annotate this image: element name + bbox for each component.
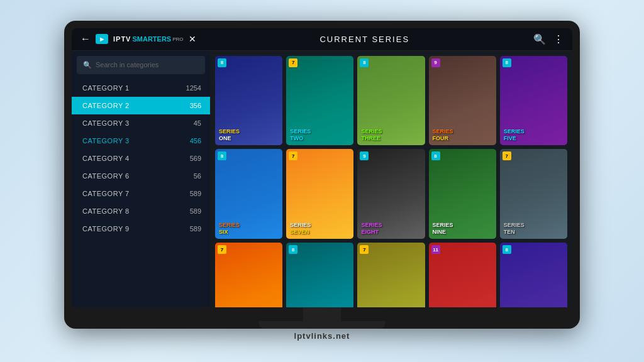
category-name: CATEGORY 6 — [82, 172, 130, 180]
card-title: SERIES TWO — [290, 128, 350, 142]
series-card[interactable]: 9 SERIES FOUR — [429, 56, 496, 146]
sidebar-category-item[interactable]: CATEGORY 8 589 — [72, 202, 210, 220]
sidebar-category-item[interactable]: CATEGORY 3 45 — [72, 114, 210, 132]
sidebar: 🔍 Search in categories CATEGORY 1 1254 C… — [72, 51, 210, 307]
card-badge: 7 — [289, 151, 297, 160]
sidebar-category-item[interactable]: CATEGORY 1 1254 — [72, 79, 210, 97]
card-background: 11 SERIES FOURTEEN — [429, 243, 496, 307]
card-title: SERIES FIVE — [504, 128, 564, 142]
card-badge: 8 — [502, 58, 511, 67]
card-title: SERIES NINE — [433, 222, 492, 236]
logo-pro: PRO — [172, 36, 183, 42]
card-background: 8 SERIES SIXTEEN — [500, 243, 567, 307]
header-right: 🔍 ⋮ — [533, 33, 564, 45]
category-name: CATEGORY 2 — [82, 102, 130, 109]
content-area: 8 SERIES ONE 7 SERIES TWO 8 SERIES THREE… — [210, 51, 572, 307]
logo-iptv: IPTV — [113, 35, 131, 43]
card-background: 8 SERIES TWELVE — [286, 243, 353, 307]
card-badge: 7 — [502, 151, 511, 160]
card-badge: 8 — [431, 151, 440, 160]
category-count: 456 — [190, 137, 201, 145]
series-card[interactable]: 7 SERIES ELEVEN — [215, 243, 282, 307]
back-button[interactable]: ← — [80, 33, 91, 45]
card-badge: 11 — [431, 245, 440, 254]
card-background: 8 SERIES SIX — [215, 149, 282, 239]
card-badge: 7 — [360, 245, 369, 254]
sidebar-category-item[interactable]: CATEGORY 4 569 — [72, 150, 210, 167]
card-title: SERIES ONE — [219, 128, 279, 142]
card-badge: 8 — [218, 151, 226, 160]
card-title: SERIES FOUR — [433, 128, 492, 142]
series-card[interactable]: 7 SERIES THIRTEEN — [357, 243, 425, 307]
card-badge: 7 — [218, 245, 226, 254]
category-name: CATEGORY 9 — [82, 225, 130, 233]
series-card[interactable]: 7 SERIES SEVEN — [286, 149, 353, 239]
series-card[interactable]: 7 SERIES TWO — [286, 56, 353, 146]
card-background: 7 SERIES SEVEN — [286, 149, 353, 239]
series-card[interactable]: 8 SERIES ONE — [215, 56, 282, 146]
series-card[interactable]: 8 SERIES FIVE — [500, 56, 567, 146]
series-card[interactable]: 7 SERIES TEN — [500, 149, 567, 239]
sidebar-category-item[interactable]: CATEGORY 2 356 — [72, 97, 210, 114]
card-badge: 9 — [431, 58, 440, 67]
category-name: CATEGORY 1 — [82, 84, 130, 92]
search-bar-placeholder: Search in categories — [96, 61, 158, 69]
category-count: 56 — [194, 172, 201, 180]
series-card[interactable]: 8 SERIES SIX — [215, 149, 282, 239]
series-card[interactable]: 8 SERIES SIXTEEN — [500, 243, 567, 307]
series-card[interactable]: 8 SERIES NINE — [429, 149, 496, 239]
header-left: ← ▶ IPTV SMARTERS PRO ✕ — [80, 33, 196, 45]
card-background: 8 SERIES FIVE — [500, 56, 567, 146]
sidebar-category-item[interactable]: CATEGORY 6 56 — [72, 167, 210, 185]
tv-stand-base — [259, 321, 385, 329]
card-title: SERIES THREE — [361, 128, 421, 142]
category-count: 356 — [190, 102, 201, 109]
series-card[interactable]: 8 SERIES THREE — [357, 56, 425, 146]
category-list: CATEGORY 1 1254 CATEGORY 2 356 CATEGORY … — [72, 79, 210, 307]
logo-text: IPTV SMARTERS PRO — [113, 35, 184, 43]
category-count: 569 — [190, 155, 201, 162]
category-count: 45 — [194, 119, 201, 127]
category-count: 589 — [190, 207, 201, 215]
card-background: 7 SERIES ELEVEN — [215, 243, 282, 307]
app-body: 🔍 Search in categories CATEGORY 1 1254 C… — [72, 51, 572, 307]
search-icon[interactable]: 🔍 — [533, 33, 546, 45]
category-name: CATEGORY 8 — [82, 207, 130, 215]
card-title: SERIES TEN — [504, 222, 564, 236]
card-background: 8 SERIES THREE — [357, 56, 425, 146]
card-title: SERIES SEVEN — [290, 222, 350, 236]
website-label: lptvlinks.net — [294, 331, 350, 342]
logo-smarters: SMARTERS — [132, 35, 171, 43]
card-badge: 8 — [502, 245, 511, 254]
series-card[interactable]: 8 SERIES TWELVE — [286, 243, 353, 307]
card-background: 7 SERIES TEN — [500, 149, 567, 239]
category-name: CATEGORY 4 — [82, 155, 130, 162]
card-title: SERIES SIX — [219, 222, 279, 236]
card-background: 7 SERIES TWO — [286, 56, 353, 146]
category-count: 589 — [190, 190, 201, 197]
more-icon[interactable]: ⋮ — [553, 33, 564, 45]
series-card[interactable]: 9 SERIES EIGHT — [357, 149, 425, 239]
sidebar-category-item[interactable]: CATEGORY 7 589 — [72, 185, 210, 202]
card-badge: 8 — [360, 58, 369, 67]
card-background: 9 SERIES EIGHT — [357, 149, 425, 239]
category-search-bar[interactable]: 🔍 Search in categories — [77, 56, 205, 74]
tv-stand-neck — [303, 307, 341, 321]
card-badge: 8 — [218, 58, 226, 67]
card-title: SERIES EIGHT — [361, 222, 421, 236]
category-name: CATEGORY 3 — [82, 137, 130, 145]
card-background: 8 SERIES NINE — [429, 149, 496, 239]
card-background: 8 SERIES ONE — [215, 56, 282, 146]
search-bar-icon: 🔍 — [83, 61, 92, 69]
series-card[interactable]: 11 SERIES FOURTEEN — [429, 243, 496, 307]
tv-screen: ← ▶ IPTV SMARTERS PRO ✕ CURRENT SERIES 🔍… — [72, 28, 572, 307]
category-count: 589 — [190, 225, 201, 233]
category-name: CATEGORY 3 — [82, 119, 130, 127]
sidebar-category-item[interactable]: CATEGORY 9 589 — [72, 220, 210, 238]
category-count: 1254 — [186, 84, 201, 92]
card-badge: 7 — [289, 58, 297, 67]
series-grid: 8 SERIES ONE 7 SERIES TWO 8 SERIES THREE… — [215, 56, 567, 307]
category-name: CATEGORY 7 — [82, 190, 130, 197]
close-button[interactable]: ✕ — [189, 34, 196, 44]
sidebar-category-item[interactable]: CATEGORY 3 456 — [72, 132, 210, 150]
